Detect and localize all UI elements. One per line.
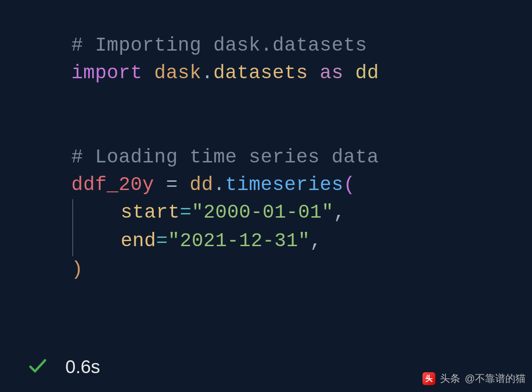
watermark: 头 头条 @不靠谱的猫: [422, 372, 526, 386]
blank-line: [71, 87, 532, 115]
variable-name: ddf_20y: [71, 174, 154, 196]
open-paren: (: [343, 174, 355, 196]
dot: .: [214, 174, 226, 196]
comment-text: # Importing dask.datasets: [71, 35, 367, 57]
code-line: # Loading time series data: [71, 144, 532, 172]
code-line: import dask.datasets as dd: [71, 60, 532, 87]
blank-line: [71, 115, 532, 144]
equals: =: [156, 230, 168, 252]
execution-time: 0.6s: [65, 357, 100, 377]
comma: ,: [310, 230, 322, 252]
string-literal: "2021-12-31": [168, 230, 310, 252]
code-line: start="2000-01-01",: [71, 199, 532, 228]
param-name: start: [121, 202, 180, 224]
indent-guide: [72, 228, 73, 256]
assign-op: =: [166, 174, 178, 196]
string-literal: "2000-01-01": [191, 202, 333, 224]
module-name: datasets: [214, 62, 308, 84]
keyword-as: as: [320, 62, 343, 84]
comment-text: # Loading time series data: [71, 146, 379, 168]
dot: .: [202, 62, 214, 84]
code-line: # Importing dask.datasets: [71, 32, 532, 60]
code-editor[interactable]: # Importing dask.datasets import dask.da…: [0, 0, 532, 283]
watermark-logo-icon: 头: [422, 372, 435, 385]
keyword-import: import: [71, 62, 142, 84]
equals: =: [180, 202, 192, 224]
watermark-brand: 头条: [440, 372, 460, 386]
alias-name: dd: [355, 62, 379, 84]
param-name: end: [121, 230, 156, 252]
code-line: end="2021-12-31",: [71, 228, 532, 256]
module-name: dask: [154, 62, 202, 84]
execution-status: 0.6s: [27, 355, 100, 379]
indent-guide: [72, 199, 73, 228]
success-check-icon: [27, 355, 49, 379]
close-paren: ): [71, 259, 83, 281]
function-name: timeseries: [225, 174, 343, 196]
comma: ,: [334, 202, 346, 224]
object-name: dd: [190, 174, 213, 196]
code-line: ddf_20y = dd.timeseries(: [71, 172, 532, 199]
watermark-user: @不靠谱的猫: [465, 372, 526, 386]
code-line: ): [71, 256, 532, 284]
